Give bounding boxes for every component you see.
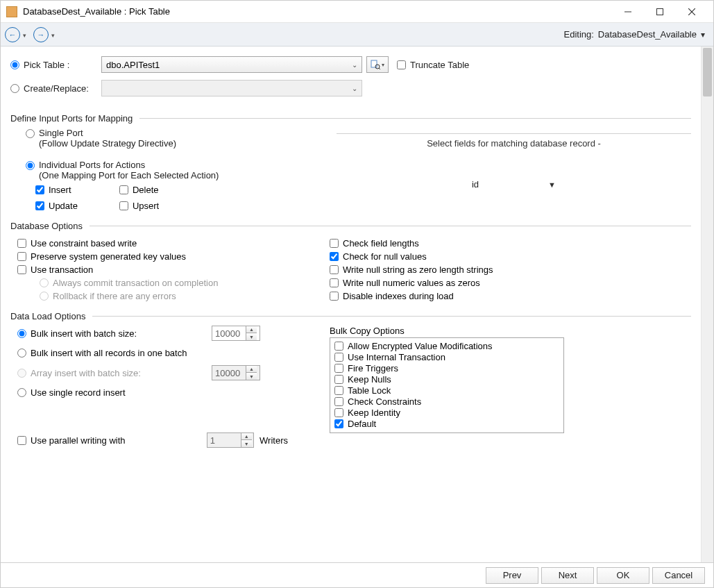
bulk-option-row: Keep Identity (334, 408, 559, 418)
bulk-option-checkbox[interactable] (334, 419, 343, 428)
rollback-radio (40, 292, 49, 301)
array-batch-spinner: ▲▼ (212, 365, 260, 380)
spinner-down-icon[interactable]: ▼ (246, 333, 257, 340)
bulk-option-checkbox[interactable] (334, 408, 343, 417)
constraint-write-checkbox[interactable] (17, 239, 26, 248)
bulk-option-label: Table Lock (348, 385, 391, 396)
bulk-option-checkbox[interactable] (334, 386, 343, 395)
prev-button[interactable]: Prev (486, 567, 538, 584)
bulk-option-label: Use Internal Transaction (348, 352, 445, 362)
create-replace-radio[interactable] (10, 84, 19, 93)
single-port-desc: (Follow Update Strategy Directive) (39, 138, 176, 149)
parallel-write-checkbox[interactable] (17, 436, 26, 445)
single-record-label: Use single record insert (31, 387, 126, 398)
spinner-down-icon: ▼ (246, 373, 257, 380)
spinner-up-icon[interactable]: ▲ (246, 326, 257, 333)
minimize-button[interactable] (612, 2, 644, 22)
array-batch-input (212, 368, 246, 378)
parallel-writers-spinner: ▲▼ (207, 432, 254, 448)
disable-indexes-checkbox[interactable] (330, 292, 339, 301)
bulk-batch-label: Bulk insert with batch size: (31, 328, 137, 339)
match-fields-label: Select fields for matching database reco… (337, 138, 691, 149)
update-checkbox[interactable] (35, 201, 44, 210)
pick-table-radio[interactable] (10, 60, 19, 69)
check-lengths-label: Check field lengths (343, 238, 419, 249)
svg-line-6 (379, 68, 380, 69)
pick-table-label: Pick Table : (24, 60, 101, 70)
back-dropdown-icon[interactable]: ▾ (23, 32, 26, 39)
match-field-dropdown[interactable]: id ▼ (337, 179, 691, 190)
browse-table-button[interactable]: ▾ (366, 56, 389, 73)
individual-ports-radio[interactable] (26, 161, 35, 170)
array-batch-label: Array insert with batch size: (31, 368, 141, 378)
preserve-keys-checkbox[interactable] (17, 252, 26, 261)
pick-table-combo[interactable]: dbo.APITest1 ⌄ (101, 56, 362, 73)
svg-rect-4 (371, 60, 377, 67)
null-numeric-checkbox[interactable] (330, 278, 339, 287)
bulk-batch-input[interactable] (212, 328, 246, 339)
individual-ports-label: Individual Ports for Actions (39, 160, 145, 170)
individual-ports-desc: (One Mapping Port for Each Selected Acti… (39, 170, 219, 180)
null-string-checkbox[interactable] (330, 265, 339, 274)
caret-down-icon: ▼ (548, 180, 556, 189)
footer: Prev Next OK Cancel (1, 562, 713, 587)
forward-button[interactable]: → (33, 27, 49, 42)
preserve-keys-label: Preserve system generated key values (31, 251, 186, 262)
forward-dropdown-icon[interactable]: ▾ (51, 32, 55, 39)
app-icon (6, 6, 17, 17)
use-transaction-checkbox[interactable] (17, 265, 26, 274)
window-title: DatabaseDest_Available : Pick Table (23, 6, 612, 17)
bulk-option-row: Check Constraints (334, 396, 559, 407)
insert-checkbox[interactable] (35, 185, 44, 194)
null-numeric-label: Write null numeric values as zeros (343, 278, 480, 288)
editing-target: DatabaseDest_Available (598, 29, 697, 40)
ok-button[interactable]: OK (597, 567, 649, 584)
bulk-option-label: Keep Identity (348, 408, 400, 418)
svg-rect-1 (657, 8, 663, 15)
commit-radio (40, 278, 49, 287)
bulk-option-row: Fire Triggers (334, 363, 559, 373)
bulk-option-label: Keep Nulls (348, 374, 391, 385)
bulk-option-row: Default (334, 419, 559, 429)
back-button[interactable]: ← (5, 27, 20, 42)
check-nulls-label: Check for null values (343, 251, 427, 262)
single-record-radio[interactable] (17, 388, 26, 397)
bulk-option-label: Check Constraints (348, 396, 421, 407)
spinner-down-icon: ▼ (241, 440, 252, 447)
delete-checkbox[interactable] (119, 185, 128, 194)
bulk-batch-radio[interactable] (17, 329, 26, 338)
content-area: Pick Table : dbo.APITest1 ⌄ ▾ Truncate T… (1, 47, 701, 562)
check-lengths-checkbox[interactable] (330, 239, 339, 248)
bulk-all-radio[interactable] (17, 348, 26, 358)
disable-indexes-label: Disable indexes during load (343, 291, 454, 301)
rollback-label: Rollback if there are any errors (53, 291, 176, 301)
bulk-option-checkbox[interactable] (334, 375, 343, 384)
bulk-option-checkbox[interactable] (334, 342, 343, 351)
next-button[interactable]: Next (541, 567, 594, 584)
use-transaction-label: Use transaction (31, 264, 93, 275)
maximize-button[interactable] (644, 2, 676, 22)
parallel-writers-input (207, 435, 241, 446)
editing-dropdown-icon[interactable]: ▾ (701, 30, 705, 40)
delete-label: Delete (133, 185, 159, 195)
bulk-option-checkbox[interactable] (334, 397, 343, 406)
truncate-table-checkbox[interactable] (397, 60, 406, 69)
bulk-option-row: Allow Encrypted Value Modifications (334, 341, 559, 351)
bulk-batch-spinner[interactable]: ▲▼ (212, 326, 260, 341)
bulk-all-label: Bulk insert with all records in one batc… (31, 348, 187, 358)
cancel-button[interactable]: Cancel (652, 567, 705, 584)
bulk-option-checkbox[interactable] (334, 353, 343, 362)
single-port-radio[interactable] (26, 129, 35, 138)
check-nulls-checkbox[interactable] (330, 252, 339, 261)
match-field-value: id (472, 179, 479, 190)
vertical-scrollbar[interactable] (701, 47, 713, 562)
close-button[interactable] (676, 2, 708, 22)
scrollbar-thumb[interactable] (703, 48, 712, 96)
titlebar: DatabaseDest_Available : Pick Table (1, 1, 713, 23)
bulk-option-label: Allow Encrypted Value Modifications (348, 341, 493, 351)
load-options-section-title: Data Load Options (10, 311, 691, 321)
spinner-up-icon: ▲ (241, 433, 252, 440)
upsert-checkbox[interactable] (119, 201, 128, 210)
writers-label: Writers (260, 435, 288, 446)
bulk-option-checkbox[interactable] (334, 364, 343, 373)
